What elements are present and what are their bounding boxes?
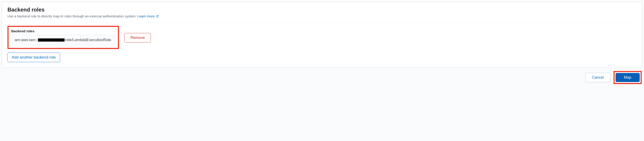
panel-title: Backend roles [8, 6, 636, 13]
divider [8, 22, 636, 22]
add-another-backend-role-button[interactable]: Add another backend role [8, 53, 60, 62]
redacted-account-id [38, 38, 64, 42]
remove-button[interactable]: Remove [124, 33, 151, 42]
backend-role-input[interactable]: arn:aws:iam::role/LambdaExecutionRole [11, 35, 115, 45]
cancel-button[interactable]: Cancel [585, 73, 610, 82]
panel-description-text: Use a backend role to directly map to ro… [8, 14, 136, 18]
role-value-prefix: arn:aws:iam:: [15, 38, 38, 42]
role-row: Backend roles arn:aws:iam::role/LambdaEx… [8, 26, 636, 49]
map-button[interactable]: Map [616, 73, 640, 82]
panel-description: Use a backend role to directly map to ro… [8, 14, 636, 18]
highlight-map-button: Map [614, 71, 642, 84]
learn-more-text: Learn more [137, 14, 155, 18]
learn-more-link[interactable]: Learn more [137, 14, 159, 18]
backend-roles-panel: Backend roles Use a backend role to dire… [2, 2, 642, 68]
highlight-role-input: Backend roles arn:aws:iam::role/LambdaEx… [8, 26, 119, 49]
field-label: Backend roles [11, 29, 115, 33]
footer-actions: Cancel Map [2, 71, 642, 84]
role-value-suffix: role/LambdaExecutionRole [65, 38, 111, 42]
external-link-icon [156, 14, 159, 18]
